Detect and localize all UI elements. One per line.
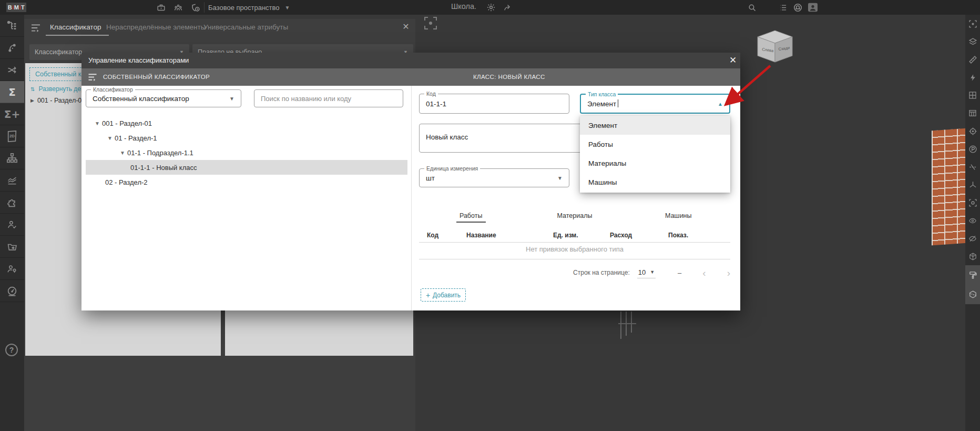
folder-share-icon[interactable] (0, 236, 24, 258)
tree-node[interactable]: 02 - Раздел-2 (86, 175, 407, 189)
rows-per-page-select[interactable]: 10 ▼ (637, 267, 656, 278)
screenshot-area-icon[interactable] (424, 16, 437, 32)
share-icon[interactable] (503, 3, 513, 12)
table-icon[interactable] (965, 104, 980, 122)
class-type-select[interactable]: Тип класса Элемент ▲ (580, 94, 730, 114)
parking-icon[interactable] (965, 140, 980, 158)
unit-select[interactable]: Единица измерения шт ▼ (419, 168, 569, 187)
tab-universal-attributes[interactable]: Универсальные атрибуты (203, 23, 288, 31)
option-element[interactable]: Элемент (580, 116, 730, 135)
class-name-value: Новый класс (426, 133, 468, 141)
layers-icon[interactable] (965, 33, 980, 51)
clip-box-icon[interactable] (965, 285, 980, 304)
next-page-button[interactable]: › (727, 268, 730, 278)
notifications-icon[interactable] (793, 3, 803, 13)
app-window: BiMiT Базовое пространство ▼ Школа. (0, 0, 980, 431)
team-icon[interactable] (173, 3, 183, 12)
expand-tree-label: Развернуть дере (38, 85, 88, 93)
tab-works[interactable]: Работы (419, 212, 523, 223)
svg-text:2D: 2D (9, 133, 15, 138)
target-icon[interactable] (965, 122, 980, 140)
chevron-down-icon[interactable]: ▼ (107, 135, 115, 141)
option-works[interactable]: Работы (580, 135, 730, 154)
classifier-select[interactable]: Классификатор Собственный классификатор … (86, 89, 241, 107)
page-range: – (678, 269, 681, 277)
chevron-up-icon[interactable]: ▲ (718, 101, 723, 107)
topbar-divider (204, 2, 205, 13)
chevron-down-icon[interactable]: ▼ (120, 150, 127, 156)
left-section-header: СОБСТВЕННЫЙ КЛАССИФИКАТОР (103, 74, 210, 80)
close-icon[interactable]: ✕ (728, 55, 738, 66)
tree-node-label: 01-1-1 - Новый класс (130, 164, 197, 172)
own-classifier-chip-label: Собственный кл (35, 71, 85, 78)
classifier-dropdown-label: Классификатор (35, 48, 82, 56)
wireframe-icon[interactable] (965, 247, 980, 265)
chevron-down-icon: ▼ (229, 96, 234, 102)
tab-materials[interactable]: Материалы (523, 212, 626, 223)
panel-menu-icon[interactable] (30, 24, 41, 34)
table-header-divider (419, 242, 730, 243)
select-area-icon[interactable] (965, 15, 980, 33)
grid-box-icon[interactable] (965, 86, 980, 104)
lightning-icon[interactable] (965, 68, 980, 86)
line-chart-icon[interactable] (0, 169, 24, 192)
tab-classifier[interactable]: Классификатор (50, 23, 101, 31)
right-toolbar (965, 15, 980, 431)
user-check-icon[interactable] (0, 214, 24, 236)
shuffle-icon[interactable] (0, 59, 24, 81)
sigma-plus-icon[interactable]: Σ+ (0, 103, 24, 125)
tree-node-label: 001 - Раздел-01 (37, 97, 85, 104)
search-icon[interactable] (748, 3, 757, 12)
app-logo[interactable]: BiMiT (6, 3, 26, 12)
tree-node-selected[interactable]: 01-1-1 - Новый класс (86, 160, 407, 175)
option-machines[interactable]: Машины (580, 173, 730, 192)
model-fragment (631, 312, 632, 333)
tab-unassigned-elements[interactable]: Нераспределённые элементы (106, 23, 206, 31)
focus-icon[interactable] (965, 194, 980, 212)
help-button[interactable]: ? (5, 344, 18, 356)
shield-clock-icon[interactable] (191, 3, 201, 13)
add-button-label: Добавить (433, 292, 461, 299)
org-chart-icon[interactable] (0, 147, 24, 169)
sigma-icon[interactable]: Σ (0, 81, 24, 103)
briefcase-icon[interactable] (157, 3, 166, 12)
tree-node[interactable]: ▼ 01-1 - Подраздел-1.1 (86, 145, 407, 160)
axes-icon[interactable] (965, 176, 980, 194)
branch-icon[interactable] (0, 37, 24, 59)
code-field[interactable]: Код 01-1-1 (419, 94, 569, 114)
search-input[interactable] (254, 89, 403, 107)
class-type-label: Тип класса (586, 91, 618, 97)
section-cut-icon[interactable] (965, 158, 980, 176)
2d-icon[interactable]: 2D (0, 125, 24, 147)
modal-title: Управление классификаторами (88, 56, 189, 64)
tree-node[interactable]: ▼ 001 - Раздел-01 (86, 116, 407, 131)
account-icon[interactable] (808, 3, 818, 14)
tree-node[interactable]: ▶ 001 - Раздел-01 (30, 97, 85, 104)
gauge-icon[interactable] (0, 280, 24, 302)
tree-node-label: 001 - Раздел-01 (102, 119, 152, 127)
add-button[interactable]: + Добавить (421, 288, 466, 302)
eye-icon[interactable] (965, 212, 980, 229)
paint-roller-icon[interactable] (965, 265, 980, 285)
tree-structure-icon[interactable] (0, 15, 24, 37)
puzzle-icon[interactable] (0, 192, 24, 214)
close-icon[interactable]: ✕ (401, 22, 411, 32)
tab-machines[interactable]: Машины (627, 212, 730, 223)
classifier-select-value: Собственный классификатор (93, 95, 189, 103)
view-cube[interactable]: Слева Сзади (756, 29, 794, 63)
tree-node[interactable]: ▼ 01 - Раздел-1 (86, 131, 407, 145)
measure-icon[interactable] (965, 51, 980, 68)
unit-select-value: шт (426, 174, 435, 182)
user-pin-icon[interactable] (0, 258, 24, 280)
top-bar: BiMiT Базовое пространство ▼ Школа. (0, 0, 980, 15)
eye-off-icon[interactable] (965, 229, 980, 247)
option-materials[interactable]: Материалы (580, 154, 730, 173)
classifier-menu-icon[interactable] (88, 73, 97, 83)
prev-page-button[interactable]: ‹ (702, 268, 706, 278)
gear-icon[interactable] (486, 3, 496, 12)
chevron-down-icon[interactable]: ▼ (95, 121, 102, 126)
list-icon[interactable] (779, 4, 788, 12)
col-header-unit: Ед. изм. (553, 232, 578, 239)
workspace-select[interactable]: Базовое пространство ▼ (208, 0, 290, 15)
expand-tree-link[interactable]: ⇅ Развернуть дере (30, 85, 88, 93)
